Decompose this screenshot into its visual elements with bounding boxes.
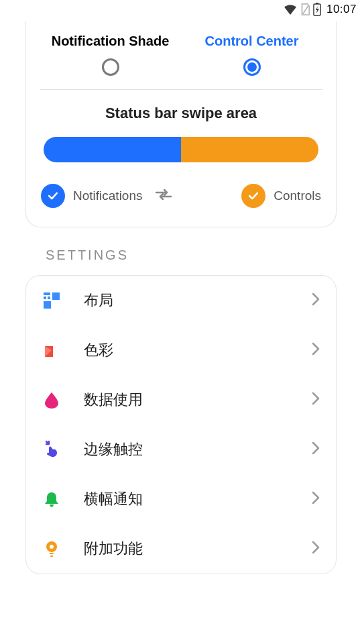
chevron-right-icon [312,541,320,557]
divider [40,89,322,90]
legend-label: Controls [274,189,321,203]
settings-section-title: SETTINGS [25,248,362,263]
row-edge-gestures[interactable]: 边缘触控 [26,425,336,474]
chevron-right-icon [312,342,320,358]
svg-point-9 [50,545,54,549]
svg-rect-5 [48,297,50,299]
chevron-right-icon [312,392,320,408]
swipe-segment-notifications [44,137,181,162]
svg-rect-2 [316,3,318,4]
chevron-right-icon [312,491,320,507]
chevron-right-icon [312,292,320,309]
status-time: 10:07 [326,3,357,16]
layout-icon [42,291,69,310]
swipe-segment-controls [181,137,318,162]
svg-line-0 [302,5,308,15]
drop-icon [42,390,69,409]
row-extras[interactable]: 附加功能 [26,524,336,574]
row-label: 边缘触控 [84,439,312,460]
swipe-legend: Notifications Controls [40,184,322,208]
row-label: 色彩 [84,340,312,360]
chevron-right-icon [312,441,320,458]
settings-list: 布局 色彩 数据使用 [25,275,337,574]
check-icon [241,184,265,208]
row-label: 数据使用 [84,390,312,410]
palette-icon [42,341,69,360]
swipe-mode-card: Notification Shade Control Center Status… [25,21,337,227]
gesture-icon [42,440,69,459]
swap-icon[interactable] [155,188,172,204]
svg-rect-7 [44,301,51,309]
legend-label: Notifications [73,189,143,203]
row-label: 附加功能 [84,539,312,559]
radio-icon [102,58,119,76]
svg-rect-11 [50,555,53,557]
radio-control-center[interactable]: Control Center [181,34,322,76]
wifi-icon [284,4,297,15]
svg-rect-3 [44,292,50,295]
radio-icon [243,58,261,76]
radio-label: Notification Shade [52,34,170,49]
battery-icon [313,3,321,16]
lightbulb-icon [42,539,69,558]
radio-notification-shade[interactable]: Notification Shade [40,34,181,76]
bell-icon [42,490,69,508]
row-banner-notifications[interactable]: 横幅通知 [26,474,336,524]
swipe-area-title: Status bar swipe area [40,105,322,122]
row-color[interactable]: 色彩 [26,325,336,375]
swipe-area-bar[interactable] [44,137,318,162]
legend-controls[interactable]: Controls [241,184,321,208]
svg-rect-6 [52,292,60,300]
svg-rect-10 [50,553,54,554]
check-icon [41,184,65,208]
row-data-usage[interactable]: 数据使用 [26,375,336,425]
row-label: 横幅通知 [84,489,312,509]
sim-icon [300,3,310,15]
svg-rect-4 [44,297,46,299]
mode-radio-group: Notification Shade Control Center [40,21,322,84]
legend-notifications[interactable]: Notifications [41,184,143,208]
row-layout[interactable]: 布局 [26,276,336,325]
status-bar: 10:07 [0,0,362,19]
row-label: 布局 [84,290,312,311]
radio-label: Control Center [205,34,299,49]
